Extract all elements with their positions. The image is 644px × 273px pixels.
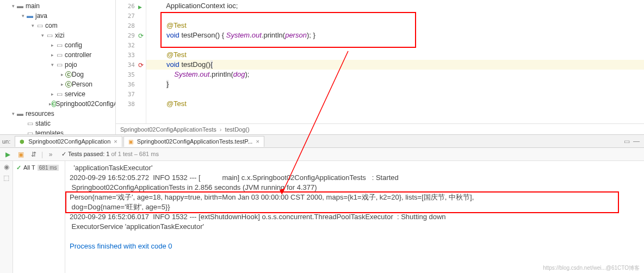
package-icon: ▭ xyxy=(36,22,44,29)
tests-passed-label: ✓ Tests passed: 1 of 1 test – 681 ms xyxy=(61,151,159,158)
class-icon: c xyxy=(65,81,72,88)
tree-item-xizi[interactable]: ▾▭xizi xyxy=(0,30,115,40)
rerun-button[interactable] xyxy=(2,149,13,160)
tab-springboot-app[interactable]: Springboot02ConfigApplication× xyxy=(15,136,122,147)
folder-icon: ▬ xyxy=(16,2,24,10)
editor-gutter: 26 27 28 29 32 33 34 35 36 37 38 xyxy=(116,0,146,123)
stop-button[interactable]: ◉ xyxy=(4,163,9,171)
up-icon[interactable]: ⬚ xyxy=(3,174,9,182)
crumb-method[interactable]: testDog() xyxy=(225,126,249,133)
console-output[interactable]: 'applicationTaskExecutor' 2020-09-29 16:… xyxy=(65,161,644,273)
code-editor[interactable]: ApplicationContext ioc; @Test void testP… xyxy=(146,0,644,123)
package-icon: ▭ xyxy=(55,41,63,49)
run-tabs-bar: un: Springboot02ConfigApplication× Sprin… xyxy=(0,135,644,148)
tab-springboot-tests[interactable]: Springboot02ConfigApplicationTests.testP… xyxy=(123,136,264,147)
tree-item-dog[interactable]: ▸cDog xyxy=(0,70,115,79)
breadcrumb[interactable]: Springboot02ConfigApplicationTests › tes… xyxy=(116,123,644,134)
class-icon: c xyxy=(65,71,72,78)
tree-item-templates[interactable]: ▭templates xyxy=(0,128,115,134)
watermark: https://blog.csdn.net/wei...@61CTO博客 xyxy=(543,264,640,272)
tree-item-springcfg[interactable]: ▸cSpringboot02ConfigA xyxy=(0,99,115,109)
close-icon[interactable]: × xyxy=(256,138,259,145)
chevron-down-icon: ▾ xyxy=(10,3,16,9)
console-side-toolbar: ◉ ⬚ xyxy=(0,161,13,273)
editor-area: 26 27 28 29 32 33 34 35 36 37 38 Applica… xyxy=(116,0,644,134)
chevron-right-icon: ▸ xyxy=(59,81,65,88)
hide-icon[interactable]: — xyxy=(633,138,640,145)
tree-item-service[interactable]: ▸▭service xyxy=(0,89,115,99)
tree-item-resources[interactable]: ▾▬resources xyxy=(0,109,115,119)
package-icon: ▭ xyxy=(55,61,63,69)
tree-item-com[interactable]: ▾▭com xyxy=(0,21,115,30)
class-icon: c xyxy=(52,101,56,107)
test-tree-root[interactable]: All T681 ms xyxy=(14,162,64,173)
chevron-down-icon: ▾ xyxy=(20,13,26,19)
run-test-icon[interactable] xyxy=(138,61,145,68)
folder-icon: ▬ xyxy=(26,12,34,20)
chevron-right-icon: ▸ xyxy=(49,52,55,58)
tree-item-person[interactable]: ▸cPerson xyxy=(0,79,115,89)
spring-icon xyxy=(20,138,26,145)
toggle-button[interactable]: ▣ xyxy=(15,149,26,160)
tree-item-java[interactable]: ▾▬java xyxy=(0,11,115,21)
chevron-right-icon: › xyxy=(220,126,222,133)
tree-item-controller[interactable]: ▸▭controller xyxy=(0,50,115,60)
test-tree[interactable]: All T681 ms xyxy=(13,161,65,273)
tree-item-main[interactable]: ▾▬main xyxy=(0,1,115,11)
check-icon xyxy=(14,164,23,171)
run-label: un: xyxy=(2,138,10,145)
package-icon: ▭ xyxy=(46,32,53,39)
chevron-down-icon: ▾ xyxy=(29,22,36,29)
run-toolbar: ▣ ⇵ | » ✓ Tests passed: 1 of 1 test – 68… xyxy=(0,148,644,161)
project-tree[interactable]: ▾▬main ▾▬java ▾▭com ▾▭xizi ▸▭config ▸▭co… xyxy=(0,0,116,134)
tree-item-config[interactable]: ▸▭config xyxy=(0,40,115,50)
chevron-right-icon: ▸ xyxy=(59,71,65,78)
folder-icon: ▬ xyxy=(16,110,24,117)
expand-button[interactable]: ⇵ xyxy=(28,149,39,160)
folder-icon: ▭ xyxy=(26,120,34,127)
sort-button[interactable]: » xyxy=(45,149,56,160)
run-test-icon[interactable] xyxy=(138,32,145,39)
test-icon xyxy=(128,138,135,145)
crumb-class[interactable]: Springboot02ConfigApplicationTests xyxy=(120,126,216,133)
chevron-right-icon: ▸ xyxy=(49,42,55,48)
tree-item-static[interactable]: ▭static xyxy=(0,119,115,128)
chevron-down-icon: ▾ xyxy=(49,61,55,68)
run-icon[interactable] xyxy=(138,3,145,9)
tree-item-pojo[interactable]: ▾▭pojo xyxy=(0,60,115,70)
collapse-icon[interactable]: ▭ xyxy=(624,138,630,145)
chevron-down-icon: ▾ xyxy=(10,110,16,117)
chevron-down-icon: ▾ xyxy=(39,32,46,39)
close-icon[interactable]: × xyxy=(114,138,117,145)
chevron-right-icon: ▸ xyxy=(49,91,55,97)
package-icon: ▭ xyxy=(55,90,63,98)
package-icon: ▭ xyxy=(55,51,63,59)
folder-icon: ▭ xyxy=(26,129,34,134)
